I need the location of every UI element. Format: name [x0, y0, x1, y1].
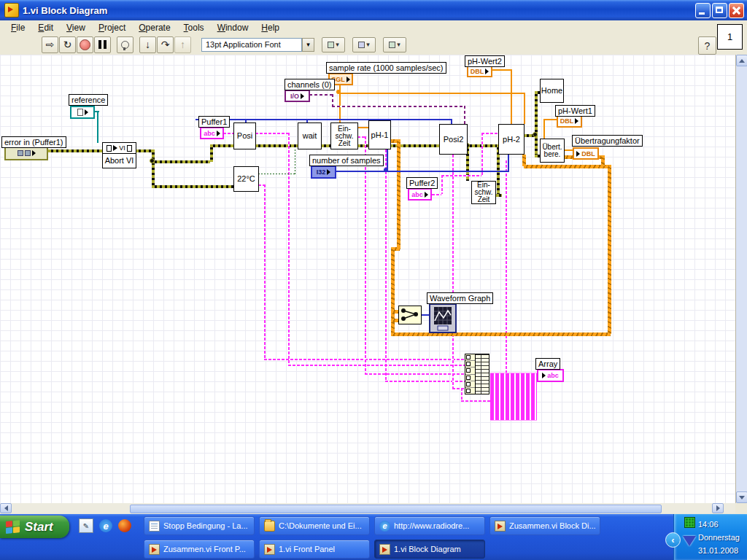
wire[interactable] — [535, 136, 538, 156]
wire[interactable] — [136, 149, 153, 152]
number-of-samples-terminal[interactable]: I32 — [311, 166, 336, 179]
puffer2-label[interactable]: Puffer2 — [406, 177, 438, 189]
reference-label[interactable]: reference — [69, 94, 108, 106]
einschwingzeit2-subvi[interactable]: Ein-schw.Zeit — [471, 181, 496, 204]
taskbar-button-zusammen-vi-block-di-[interactable]: Zusammen.vi Block Di... — [489, 516, 600, 535]
scroll-left-icon[interactable] — [0, 503, 12, 513]
taskbar-button-zusammen-vi-front-p-[interactable]: Zusammen.vi Front P... — [144, 540, 255, 559]
uebertragung-berechnen-subvi[interactable]: Übert.bere. — [540, 139, 565, 163]
wire[interactable] — [524, 165, 609, 168]
clock[interactable]: 14:06 Donnerstag 31.01.2008 — [698, 518, 743, 557]
array-terminal[interactable]: abc — [537, 369, 564, 382]
taskbar-button-c-dokumente-und-ei-[interactable]: C:\Dokumente und Ei... — [259, 516, 370, 535]
wire[interactable] — [481, 133, 498, 134]
document-app-icon[interactable]: ✎ — [79, 518, 93, 533]
wire[interactable] — [492, 69, 511, 71]
bundle-node[interactable] — [398, 306, 422, 324]
menu-item-window[interactable]: Window — [211, 22, 255, 34]
font-selector[interactable]: 13pt Application Font — [201, 38, 302, 52]
ph-wert1-label[interactable]: pH-Wert1 — [555, 105, 595, 117]
media-player-icon[interactable] — [118, 519, 131, 532]
wire[interactable] — [152, 185, 233, 188]
posi2-subvi[interactable]: Posi2 — [439, 124, 468, 155]
sample-rate-label[interactable]: sample rate (1000 samples/sec) — [326, 62, 446, 74]
wire[interactable] — [608, 165, 611, 334]
wire[interactable] — [535, 91, 538, 136]
channels-label[interactable]: channels (0) — [285, 79, 335, 90]
run-button[interactable]: ⇨ — [42, 36, 58, 53]
menu-item-edit[interactable]: Edit — [31, 22, 60, 34]
wire[interactable] — [397, 139, 400, 249]
scroll-right-icon[interactable] — [712, 503, 724, 513]
tray-chevron-icon[interactable]: ‹ — [665, 532, 681, 548]
wire[interactable] — [511, 69, 512, 124]
wire[interactable] — [481, 133, 483, 175]
wire[interactable] — [496, 194, 502, 197]
wire[interactable] — [196, 119, 452, 120]
wire[interactable] — [295, 149, 295, 174]
wire[interactable] — [357, 144, 368, 147]
array-label[interactable]: Array — [535, 358, 560, 370]
error-in-terminal[interactable] — [4, 146, 48, 160]
tray-network-icon[interactable] — [684, 517, 695, 528]
taskbar-button-1-vi-block-diagram[interactable]: 1.vi Block Diagram — [374, 540, 485, 559]
menu-item-help[interactable]: Help — [255, 22, 286, 34]
wire[interactable] — [258, 184, 264, 186]
ph2-subvi[interactable]: pH-2 — [498, 124, 525, 155]
wire[interactable] — [152, 149, 155, 187]
wire[interactable] — [309, 94, 333, 96]
wire[interactable] — [385, 149, 387, 381]
distribute-objects-button[interactable]: ▾ — [352, 37, 376, 52]
wire[interactable] — [255, 133, 288, 134]
taskbar-button-stopp-bedingung-la-[interactable]: Stopp Bedingung - La... — [144, 516, 255, 535]
wire[interactable] — [264, 184, 266, 359]
wire[interactable] — [48, 149, 102, 152]
wire[interactable] — [321, 144, 330, 147]
wire[interactable] — [258, 174, 296, 174]
wire[interactable] — [210, 144, 233, 147]
abort-button[interactable] — [77, 36, 93, 53]
wire[interactable] — [357, 136, 365, 138]
puffer1-terminal[interactable]: abc — [200, 127, 224, 139]
scroll-down-icon[interactable] — [736, 491, 747, 503]
menu-item-operate[interactable]: Operate — [132, 22, 177, 34]
minimize-icon[interactable] — [695, 3, 711, 18]
wire[interactable] — [97, 111, 98, 143]
wire[interactable] — [441, 175, 443, 194]
wire[interactable] — [336, 171, 509, 172]
build-array-inputs[interactable] — [465, 354, 476, 394]
menu-item-project[interactable]: Project — [92, 22, 132, 34]
wire[interactable] — [288, 365, 465, 366]
vi-icon[interactable]: 1 — [717, 24, 743, 50]
menu-item-view[interactable]: View — [60, 22, 92, 34]
wire[interactable] — [422, 314, 429, 316]
pause-button[interactable] — [94, 36, 111, 53]
ph-wert2-label[interactable]: pH-Wert2 — [465, 55, 505, 67]
puffer2-terminal[interactable]: abc — [408, 188, 432, 201]
wire[interactable] — [432, 194, 441, 195]
run-continuously-button[interactable]: ↻ — [59, 36, 76, 53]
wire[interactable] — [461, 388, 462, 400]
reference-terminal[interactable] — [70, 106, 95, 119]
close-icon[interactable] — [729, 3, 744, 18]
context-help-button[interactable]: ? — [698, 36, 716, 55]
wire[interactable] — [288, 133, 290, 366]
wire[interactable] — [522, 155, 526, 166]
vertical-scrollbar[interactable] — [735, 55, 747, 503]
wire[interactable] — [365, 373, 465, 375]
wire[interactable] — [391, 310, 398, 314]
menu-item-file[interactable]: File — [4, 22, 31, 34]
wire[interactable] — [223, 133, 233, 134]
horizontal-scrollbar[interactable] — [0, 503, 735, 513]
ph1-subvi[interactable]: pH-1 — [368, 120, 391, 149]
highlight-execution-button[interactable] — [117, 36, 133, 53]
taskbar-button-1-vi-front-panel[interactable]: 1.vi Front Panel — [259, 540, 370, 559]
scroll-up-icon[interactable] — [736, 55, 747, 66]
step-over-button[interactable]: ↷ — [157, 36, 174, 53]
uebertragungfaktor-terminal[interactable]: DBL — [573, 147, 599, 160]
wire[interactable] — [601, 155, 605, 166]
wire[interactable] — [508, 155, 509, 171]
einschwingzeit1-subvi[interactable]: Ein-schw.Zeit — [330, 122, 358, 149]
wire[interactable] — [152, 160, 210, 163]
horizontal-scroll-thumb[interactable] — [130, 505, 662, 513]
